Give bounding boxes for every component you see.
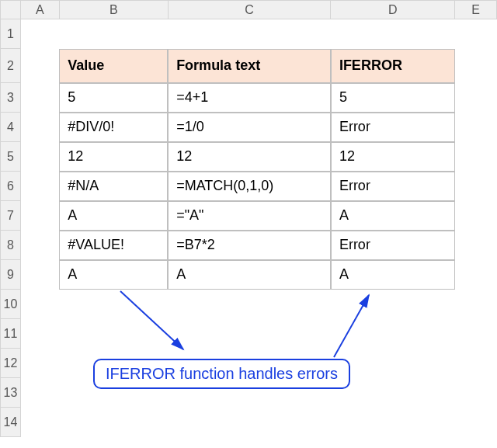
cell[interactable]: Error xyxy=(331,231,455,260)
row-header[interactable]: 11 xyxy=(1,319,21,349)
cell[interactable] xyxy=(20,378,59,408)
cell[interactable] xyxy=(20,260,59,290)
formula-text-cell: =4+1 xyxy=(168,83,331,113)
cell[interactable] xyxy=(455,113,497,142)
row-header[interactable]: 7 xyxy=(1,201,21,231)
cell[interactable] xyxy=(20,113,59,142)
cell[interactable]: =MATCH(0,1,0) xyxy=(168,172,331,201)
callout-text: IFERROR function handles errors xyxy=(106,365,338,382)
cell[interactable] xyxy=(20,231,59,260)
iferror-cell: Error xyxy=(331,113,455,142)
cell[interactable]: #VALUE! xyxy=(59,231,168,260)
cell[interactable]: A xyxy=(168,260,331,290)
value-cell: #N/A xyxy=(59,172,168,201)
cell[interactable]: Formula text xyxy=(168,49,331,83)
value-cell: A xyxy=(59,201,168,231)
cell[interactable] xyxy=(455,290,497,319)
cell[interactable] xyxy=(59,19,168,49)
cell[interactable]: A xyxy=(331,260,455,290)
cell[interactable]: #N/A xyxy=(59,172,168,201)
cell[interactable] xyxy=(168,319,331,349)
cell[interactable]: =4+1 xyxy=(168,83,331,113)
cell[interactable] xyxy=(20,290,59,319)
cell[interactable]: =B7*2 xyxy=(168,231,331,260)
row-header[interactable]: 13 xyxy=(1,378,21,408)
cell[interactable] xyxy=(455,172,497,201)
cell[interactable]: =1/0 xyxy=(168,113,331,142)
cell[interactable] xyxy=(455,231,497,260)
cell[interactable]: 12 xyxy=(168,142,331,172)
cell[interactable] xyxy=(455,408,497,437)
cell[interactable] xyxy=(59,408,168,437)
cell[interactable]: 12 xyxy=(59,142,168,172)
cell[interactable]: Error xyxy=(331,113,455,142)
cell[interactable]: A xyxy=(59,260,168,290)
cell[interactable] xyxy=(331,19,455,49)
row-header[interactable]: 9 xyxy=(1,260,21,290)
cell[interactable]: Value xyxy=(59,49,168,83)
iferror-cell: Error xyxy=(331,172,455,201)
cell[interactable] xyxy=(20,201,59,231)
cell[interactable] xyxy=(331,408,455,437)
col-header-D[interactable]: D xyxy=(331,1,455,19)
column-headers-row: A B C D E xyxy=(1,1,497,19)
col-header-A[interactable]: A xyxy=(20,1,59,19)
cell[interactable]: Error xyxy=(331,172,455,201)
cell[interactable] xyxy=(331,290,455,319)
row-header[interactable]: 3 xyxy=(1,83,21,113)
row-header[interactable]: 14 xyxy=(1,408,21,437)
row-header[interactable]: 4 xyxy=(1,113,21,142)
row-header[interactable]: 5 xyxy=(1,142,21,172)
cell[interactable] xyxy=(20,172,59,201)
cell[interactable]: A xyxy=(331,201,455,231)
cell[interactable] xyxy=(455,83,497,113)
iferror-cell: 12 xyxy=(331,142,455,172)
iferror-cell: 5 xyxy=(331,83,455,113)
cell[interactable] xyxy=(455,49,497,83)
cell[interactable] xyxy=(20,19,59,49)
cell[interactable] xyxy=(20,349,59,378)
cell[interactable]: 5 xyxy=(331,83,455,113)
cell[interactable] xyxy=(20,142,59,172)
cell[interactable] xyxy=(455,19,497,49)
cell[interactable] xyxy=(59,319,168,349)
row-header[interactable]: 2 xyxy=(1,49,21,83)
cell[interactable] xyxy=(20,83,59,113)
row-header[interactable]: 10 xyxy=(1,290,21,319)
corner-cell[interactable] xyxy=(1,1,21,19)
cell[interactable] xyxy=(331,319,455,349)
cell[interactable] xyxy=(20,319,59,349)
row-header[interactable]: 8 xyxy=(1,231,21,260)
cell[interactable]: A xyxy=(59,201,168,231)
row-header[interactable]: 12 xyxy=(1,349,21,378)
cell[interactable] xyxy=(455,349,497,378)
formula-text-cell: 12 xyxy=(168,142,331,172)
col-header-C[interactable]: C xyxy=(168,1,331,19)
cell[interactable] xyxy=(168,19,331,49)
cell[interactable] xyxy=(168,408,331,437)
callout-box: IFERROR function handles errors xyxy=(93,359,350,389)
cell[interactable] xyxy=(455,260,497,290)
formula-text-cell: =B7*2 xyxy=(168,231,331,260)
cell[interactable] xyxy=(455,142,497,172)
cell[interactable] xyxy=(20,49,59,83)
value-cell: 12 xyxy=(59,142,168,172)
cell[interactable]: IFERROR xyxy=(331,49,455,83)
cell[interactable]: 5 xyxy=(59,83,168,113)
table-header-value: Value xyxy=(59,49,168,83)
cell[interactable] xyxy=(20,408,59,437)
cell[interactable] xyxy=(455,319,497,349)
col-header-B[interactable]: B xyxy=(59,1,168,19)
table-header-iferror: IFERROR xyxy=(331,49,455,83)
row-header[interactable]: 1 xyxy=(1,19,21,49)
row-header[interactable]: 6 xyxy=(1,172,21,201)
cell[interactable] xyxy=(168,290,331,319)
cell[interactable] xyxy=(59,290,168,319)
cell[interactable]: #DIV/0! xyxy=(59,113,168,142)
cell[interactable]: 12 xyxy=(331,142,455,172)
cell[interactable] xyxy=(455,378,497,408)
cell[interactable] xyxy=(455,201,497,231)
formula-text-cell: =1/0 xyxy=(168,113,331,142)
cell[interactable]: ="A" xyxy=(168,201,331,231)
col-header-E[interactable]: E xyxy=(455,1,497,19)
